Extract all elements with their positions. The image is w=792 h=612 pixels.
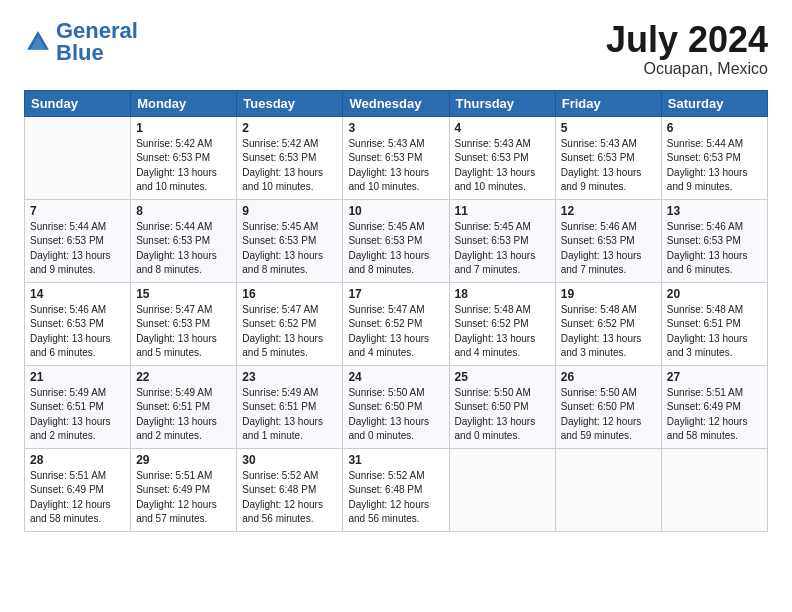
day-number: 29 — [136, 453, 231, 467]
calendar-body: 1Sunrise: 5:42 AMSunset: 6:53 PMDaylight… — [25, 116, 768, 531]
day-info: Sunrise: 5:46 AMSunset: 6:53 PMDaylight:… — [667, 220, 762, 278]
day-info: Sunrise: 5:48 AMSunset: 6:52 PMDaylight:… — [561, 303, 656, 361]
calendar-week-row: 28Sunrise: 5:51 AMSunset: 6:49 PMDayligh… — [25, 448, 768, 531]
day-info: Sunrise: 5:52 AMSunset: 6:48 PMDaylight:… — [348, 469, 443, 527]
day-number: 8 — [136, 204, 231, 218]
day-number: 24 — [348, 370, 443, 384]
calendar-cell: 12Sunrise: 5:46 AMSunset: 6:53 PMDayligh… — [555, 199, 661, 282]
calendar-cell: 17Sunrise: 5:47 AMSunset: 6:52 PMDayligh… — [343, 282, 449, 365]
location-title: Ocuapan, Mexico — [606, 60, 768, 78]
calendar-header: SundayMondayTuesdayWednesdayThursdayFrid… — [25, 90, 768, 116]
calendar-cell: 4Sunrise: 5:43 AMSunset: 6:53 PMDaylight… — [449, 116, 555, 199]
day-info: Sunrise: 5:51 AMSunset: 6:49 PMDaylight:… — [667, 386, 762, 444]
day-info: Sunrise: 5:48 AMSunset: 6:52 PMDaylight:… — [455, 303, 550, 361]
logo: General Blue — [24, 20, 138, 64]
calendar-cell: 24Sunrise: 5:50 AMSunset: 6:50 PMDayligh… — [343, 365, 449, 448]
calendar-cell: 22Sunrise: 5:49 AMSunset: 6:51 PMDayligh… — [131, 365, 237, 448]
day-number: 23 — [242, 370, 337, 384]
title-block: July 2024 Ocuapan, Mexico — [606, 20, 768, 78]
logo-icon — [24, 28, 52, 56]
day-number: 16 — [242, 287, 337, 301]
day-number: 30 — [242, 453, 337, 467]
calendar-cell: 27Sunrise: 5:51 AMSunset: 6:49 PMDayligh… — [661, 365, 767, 448]
day-number: 6 — [667, 121, 762, 135]
day-info: Sunrise: 5:44 AMSunset: 6:53 PMDaylight:… — [667, 137, 762, 195]
day-number: 25 — [455, 370, 550, 384]
calendar-cell: 25Sunrise: 5:50 AMSunset: 6:50 PMDayligh… — [449, 365, 555, 448]
day-number: 4 — [455, 121, 550, 135]
weekday-header-friday: Friday — [555, 90, 661, 116]
calendar-cell: 30Sunrise: 5:52 AMSunset: 6:48 PMDayligh… — [237, 448, 343, 531]
day-number: 22 — [136, 370, 231, 384]
calendar-cell: 18Sunrise: 5:48 AMSunset: 6:52 PMDayligh… — [449, 282, 555, 365]
day-number: 2 — [242, 121, 337, 135]
calendar-cell: 2Sunrise: 5:42 AMSunset: 6:53 PMDaylight… — [237, 116, 343, 199]
calendar-cell — [449, 448, 555, 531]
calendar-cell: 19Sunrise: 5:48 AMSunset: 6:52 PMDayligh… — [555, 282, 661, 365]
day-info: Sunrise: 5:52 AMSunset: 6:48 PMDaylight:… — [242, 469, 337, 527]
calendar-cell: 9Sunrise: 5:45 AMSunset: 6:53 PMDaylight… — [237, 199, 343, 282]
day-info: Sunrise: 5:43 AMSunset: 6:53 PMDaylight:… — [455, 137, 550, 195]
day-info: Sunrise: 5:46 AMSunset: 6:53 PMDaylight:… — [561, 220, 656, 278]
day-info: Sunrise: 5:43 AMSunset: 6:53 PMDaylight:… — [561, 137, 656, 195]
calendar-cell — [25, 116, 131, 199]
calendar-cell: 29Sunrise: 5:51 AMSunset: 6:49 PMDayligh… — [131, 448, 237, 531]
day-info: Sunrise: 5:50 AMSunset: 6:50 PMDaylight:… — [455, 386, 550, 444]
calendar-cell: 10Sunrise: 5:45 AMSunset: 6:53 PMDayligh… — [343, 199, 449, 282]
calendar-week-row: 14Sunrise: 5:46 AMSunset: 6:53 PMDayligh… — [25, 282, 768, 365]
weekday-header-monday: Monday — [131, 90, 237, 116]
day-number: 12 — [561, 204, 656, 218]
weekday-header-saturday: Saturday — [661, 90, 767, 116]
weekday-header-row: SundayMondayTuesdayWednesdayThursdayFrid… — [25, 90, 768, 116]
day-info: Sunrise: 5:48 AMSunset: 6:51 PMDaylight:… — [667, 303, 762, 361]
weekday-header-tuesday: Tuesday — [237, 90, 343, 116]
calendar-cell: 31Sunrise: 5:52 AMSunset: 6:48 PMDayligh… — [343, 448, 449, 531]
header-row: General Blue July 2024 Ocuapan, Mexico — [24, 20, 768, 78]
calendar-cell: 11Sunrise: 5:45 AMSunset: 6:53 PMDayligh… — [449, 199, 555, 282]
day-number: 31 — [348, 453, 443, 467]
day-info: Sunrise: 5:45 AMSunset: 6:53 PMDaylight:… — [348, 220, 443, 278]
calendar-cell: 6Sunrise: 5:44 AMSunset: 6:53 PMDaylight… — [661, 116, 767, 199]
day-number: 3 — [348, 121, 443, 135]
day-number: 5 — [561, 121, 656, 135]
calendar-cell: 23Sunrise: 5:49 AMSunset: 6:51 PMDayligh… — [237, 365, 343, 448]
day-info: Sunrise: 5:42 AMSunset: 6:53 PMDaylight:… — [242, 137, 337, 195]
calendar-cell: 13Sunrise: 5:46 AMSunset: 6:53 PMDayligh… — [661, 199, 767, 282]
day-info: Sunrise: 5:42 AMSunset: 6:53 PMDaylight:… — [136, 137, 231, 195]
day-info: Sunrise: 5:51 AMSunset: 6:49 PMDaylight:… — [136, 469, 231, 527]
weekday-header-sunday: Sunday — [25, 90, 131, 116]
day-info: Sunrise: 5:46 AMSunset: 6:53 PMDaylight:… — [30, 303, 125, 361]
day-info: Sunrise: 5:47 AMSunset: 6:52 PMDaylight:… — [348, 303, 443, 361]
day-info: Sunrise: 5:49 AMSunset: 6:51 PMDaylight:… — [30, 386, 125, 444]
calendar-cell: 7Sunrise: 5:44 AMSunset: 6:53 PMDaylight… — [25, 199, 131, 282]
day-number: 21 — [30, 370, 125, 384]
calendar-cell — [661, 448, 767, 531]
calendar-cell: 26Sunrise: 5:50 AMSunset: 6:50 PMDayligh… — [555, 365, 661, 448]
day-info: Sunrise: 5:45 AMSunset: 6:53 PMDaylight:… — [455, 220, 550, 278]
day-number: 20 — [667, 287, 762, 301]
calendar-cell: 16Sunrise: 5:47 AMSunset: 6:52 PMDayligh… — [237, 282, 343, 365]
day-info: Sunrise: 5:51 AMSunset: 6:49 PMDaylight:… — [30, 469, 125, 527]
day-info: Sunrise: 5:47 AMSunset: 6:53 PMDaylight:… — [136, 303, 231, 361]
day-info: Sunrise: 5:50 AMSunset: 6:50 PMDaylight:… — [348, 386, 443, 444]
calendar-week-row: 7Sunrise: 5:44 AMSunset: 6:53 PMDaylight… — [25, 199, 768, 282]
logo-text: General Blue — [56, 20, 138, 64]
day-info: Sunrise: 5:47 AMSunset: 6:52 PMDaylight:… — [242, 303, 337, 361]
day-number: 19 — [561, 287, 656, 301]
weekday-header-thursday: Thursday — [449, 90, 555, 116]
day-number: 9 — [242, 204, 337, 218]
calendar-cell: 14Sunrise: 5:46 AMSunset: 6:53 PMDayligh… — [25, 282, 131, 365]
calendar-cell: 28Sunrise: 5:51 AMSunset: 6:49 PMDayligh… — [25, 448, 131, 531]
day-number: 11 — [455, 204, 550, 218]
day-info: Sunrise: 5:44 AMSunset: 6:53 PMDaylight:… — [30, 220, 125, 278]
calendar-cell: 1Sunrise: 5:42 AMSunset: 6:53 PMDaylight… — [131, 116, 237, 199]
weekday-header-wednesday: Wednesday — [343, 90, 449, 116]
day-info: Sunrise: 5:45 AMSunset: 6:53 PMDaylight:… — [242, 220, 337, 278]
day-info: Sunrise: 5:44 AMSunset: 6:53 PMDaylight:… — [136, 220, 231, 278]
day-info: Sunrise: 5:43 AMSunset: 6:53 PMDaylight:… — [348, 137, 443, 195]
day-number: 18 — [455, 287, 550, 301]
calendar-cell: 21Sunrise: 5:49 AMSunset: 6:51 PMDayligh… — [25, 365, 131, 448]
day-number: 17 — [348, 287, 443, 301]
day-number: 26 — [561, 370, 656, 384]
calendar-cell: 15Sunrise: 5:47 AMSunset: 6:53 PMDayligh… — [131, 282, 237, 365]
